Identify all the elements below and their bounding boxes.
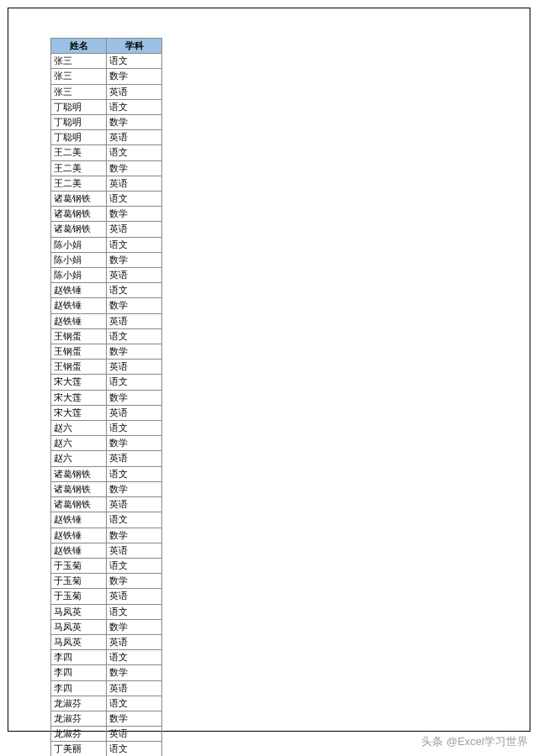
cell-name: 诸葛钢铁 — [51, 192, 107, 207]
table-row: 赵铁锤英语 — [51, 543, 162, 558]
cell-name: 陈小娟 — [51, 268, 107, 283]
cell-name: 王二美 — [51, 145, 107, 160]
cell-subject: 数学 — [107, 207, 162, 222]
cell-subject: 语文 — [107, 54, 162, 69]
cell-name: 龙淑芬 — [51, 711, 107, 726]
cell-name: 赵铁锤 — [51, 512, 107, 528]
table-row: 陈小娟英语 — [51, 268, 162, 283]
table-row: 陈小娟语文 — [51, 237, 162, 252]
table-row: 龙淑芬语文 — [51, 696, 162, 711]
table-row: 张三语文 — [51, 54, 162, 69]
cell-subject: 英语 — [107, 130, 162, 145]
cell-name: 赵铁锤 — [51, 528, 107, 543]
cell-name: 赵六 — [51, 421, 107, 436]
cell-subject: 数学 — [107, 160, 162, 176]
cell-subject: 语文 — [107, 742, 162, 756]
table-row: 丁聪明语文 — [51, 99, 162, 114]
cell-subject: 语文 — [107, 237, 162, 252]
table-row: 李四英语 — [51, 680, 162, 696]
cell-subject: 英语 — [107, 727, 162, 742]
data-table: 姓名 学科 张三语文张三数学张三英语丁聪明语文丁聪明数学丁聪明英语王二美语文王二… — [50, 38, 162, 756]
table-row: 诸葛钢铁数学 — [51, 481, 162, 496]
cell-subject: 语文 — [107, 696, 162, 711]
cell-subject: 数学 — [107, 711, 162, 726]
table-row: 张三英语 — [51, 84, 162, 99]
table-row: 赵六语文 — [51, 421, 162, 436]
cell-name: 赵铁锤 — [51, 543, 107, 558]
table-row: 于玉菊数学 — [51, 574, 162, 589]
cell-subject: 英语 — [107, 222, 162, 237]
cell-subject: 英语 — [107, 84, 162, 99]
cell-subject: 英语 — [107, 543, 162, 558]
table-row: 诸葛钢铁数学 — [51, 207, 162, 222]
cell-name: 龙淑芬 — [51, 727, 107, 742]
table-row: 王二美语文 — [51, 145, 162, 160]
cell-name: 陈小娟 — [51, 237, 107, 252]
cell-name: 李四 — [51, 650, 107, 665]
cell-subject: 英语 — [107, 360, 162, 375]
cell-subject: 数学 — [107, 528, 162, 543]
cell-name: 诸葛钢铁 — [51, 222, 107, 237]
header-subject: 学科 — [107, 39, 162, 54]
table-row: 于玉菊语文 — [51, 558, 162, 573]
cell-subject: 数学 — [107, 115, 162, 130]
cell-name: 赵铁锤 — [51, 298, 107, 313]
cell-subject: 英语 — [107, 451, 162, 466]
table-row: 丁聪明英语 — [51, 130, 162, 145]
table-row: 马凤英语文 — [51, 604, 162, 619]
table-row: 李四语文 — [51, 650, 162, 665]
cell-name: 陈小娟 — [51, 252, 107, 267]
table-row: 诸葛钢铁英语 — [51, 222, 162, 237]
cell-name: 王二美 — [51, 176, 107, 191]
cell-name: 赵六 — [51, 451, 107, 466]
cell-name: 张三 — [51, 54, 107, 69]
cell-name: 于玉菊 — [51, 558, 107, 573]
cell-subject: 数学 — [107, 298, 162, 313]
table-row: 马凤英数学 — [51, 619, 162, 634]
cell-name: 赵六 — [51, 436, 107, 451]
cell-subject: 数学 — [107, 619, 162, 634]
cell-subject: 语文 — [107, 512, 162, 528]
cell-name: 丁聪明 — [51, 130, 107, 145]
cell-subject: 英语 — [107, 313, 162, 328]
table-row: 王二美英语 — [51, 176, 162, 191]
cell-subject: 英语 — [107, 405, 162, 420]
table-header-row: 姓名 学科 — [51, 39, 162, 54]
table-row: 龙淑芬数学 — [51, 711, 162, 726]
cell-subject: 英语 — [107, 497, 162, 512]
table-row: 诸葛钢铁语文 — [51, 466, 162, 481]
cell-subject: 语文 — [107, 466, 162, 481]
cell-name: 马凤英 — [51, 604, 107, 619]
cell-subject: 语文 — [107, 650, 162, 665]
table-row: 宋大莲数学 — [51, 390, 162, 405]
cell-name: 丁聪明 — [51, 115, 107, 130]
cell-name: 诸葛钢铁 — [51, 466, 107, 481]
cell-subject: 英语 — [107, 176, 162, 191]
cell-subject: 数学 — [107, 344, 162, 360]
cell-subject: 语文 — [107, 145, 162, 160]
table-row: 王钢蛋语文 — [51, 328, 162, 344]
attribution-text: 头条 @Excel学习世界 — [421, 734, 528, 749]
cell-subject: 语文 — [107, 99, 162, 114]
cell-subject: 语文 — [107, 558, 162, 573]
table-row: 赵铁锤数学 — [51, 528, 162, 543]
cell-name: 宋大莲 — [51, 390, 107, 405]
table-row: 赵六英语 — [51, 451, 162, 466]
table-row: 诸葛钢铁语文 — [51, 192, 162, 207]
cell-name: 诸葛钢铁 — [51, 481, 107, 496]
cell-subject: 语文 — [107, 328, 162, 344]
cell-name: 赵铁锤 — [51, 283, 107, 298]
cell-name: 宋大莲 — [51, 375, 107, 390]
table-row: 赵铁锤语文 — [51, 512, 162, 528]
cell-subject: 语文 — [107, 283, 162, 298]
cell-name: 于玉菊 — [51, 574, 107, 589]
table-row: 宋大莲英语 — [51, 405, 162, 420]
table-row: 李四数学 — [51, 665, 162, 680]
cell-subject: 数学 — [107, 69, 162, 84]
table-row: 赵六数学 — [51, 436, 162, 451]
cell-name: 赵铁锤 — [51, 313, 107, 328]
cell-subject: 英语 — [107, 680, 162, 696]
cell-name: 王钢蛋 — [51, 360, 107, 375]
cell-name: 马凤英 — [51, 634, 107, 649]
cell-subject: 语文 — [107, 421, 162, 436]
